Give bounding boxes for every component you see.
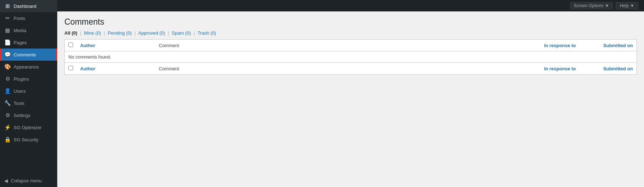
header-response[interactable]: In response to: [515, 40, 580, 51]
header-comment: Comment: [155, 40, 515, 51]
header-checkbox-cell: [65, 40, 77, 51]
sidebar-item-settings[interactable]: ⚙ Settings: [0, 109, 57, 121]
sidebar-item-label: Appearance: [14, 64, 53, 70]
footer-submitted[interactable]: Submitted on: [580, 63, 637, 75]
plugins-icon: ⚙: [4, 76, 11, 82]
separator-4: |: [168, 30, 169, 36]
footer-author[interactable]: Author: [77, 63, 155, 75]
footer-checkbox-cell: [65, 63, 77, 75]
sidebar-item-label: Plugins: [14, 76, 53, 82]
screen-options-label: Screen Options: [574, 3, 604, 8]
screen-options-button[interactable]: Screen Options ▼: [570, 2, 613, 9]
footer-response[interactable]: In response to: [515, 63, 580, 75]
select-all-footer-checkbox[interactable]: [68, 66, 73, 70]
header-submitted[interactable]: Submitted on: [580, 40, 637, 51]
filter-mine[interactable]: Mine (0): [84, 30, 101, 36]
footer-comment: Comment: [155, 63, 515, 75]
header-author[interactable]: Author: [77, 40, 155, 51]
sidebar-item-label: Settings: [14, 113, 53, 118]
filter-spam[interactable]: Spam (0): [172, 30, 191, 36]
filter-pending[interactable]: Pending (0): [108, 30, 132, 36]
separator-5: |: [194, 30, 195, 36]
sidebar-item-sg-optimizer[interactable]: ⚡ SG Optimizer: [0, 121, 57, 133]
separator-3: |: [135, 30, 136, 36]
sidebar-item-label: Media: [14, 28, 53, 33]
collapse-label: Collapse menu: [11, 178, 42, 183]
sidebar-item-dashboard[interactable]: ⊞ Dashboard: [0, 0, 57, 12]
settings-icon: ⚙: [4, 112, 11, 118]
sidebar-item-label: Dashboard: [14, 4, 53, 9]
no-comments-row: No comments found.: [65, 51, 637, 63]
sidebar-item-tools[interactable]: 🔧 Tools: [0, 97, 57, 109]
sidebar-item-label: Tools: [14, 101, 53, 106]
sidebar-item-users[interactable]: 👤 Users: [0, 85, 57, 97]
appearance-icon: 🎨: [4, 64, 11, 70]
table-header-row: Author Comment In response to Submitted …: [65, 40, 637, 51]
sidebar-item-label: SG Optimizer: [14, 125, 53, 130]
sidebar-item-appearance[interactable]: 🎨 Appearance: [0, 61, 57, 73]
filter-links: All (0) | Mine (0) | Pending (0) | Appro…: [64, 30, 637, 36]
sidebar-item-comments[interactable]: 💬 Comments: [0, 49, 57, 61]
sidebar-item-media[interactable]: ▦ Media: [0, 24, 57, 36]
table-footer-row: Author Comment In response to Submitted …: [65, 63, 637, 75]
sidebar-item-sg-security[interactable]: 🔒 SG Security: [0, 133, 57, 146]
select-all-checkbox[interactable]: [68, 42, 73, 47]
collapse-menu[interactable]: ◀ Collapse menu: [0, 175, 57, 187]
page-title: Comments: [64, 17, 637, 27]
media-icon: ▦: [4, 27, 11, 34]
screen-options-chevron-icon: ▼: [605, 3, 609, 8]
sidebar-item-label: SG Security: [14, 137, 53, 142]
sidebar-item-label: Pages: [14, 40, 53, 45]
separator-1: |: [80, 30, 81, 36]
main-area: Screen Options ▼ Help ▼ Comments All (0)…: [57, 0, 644, 187]
separator-2: |: [104, 30, 105, 36]
content-area: Comments All (0) | Mine (0) | Pending (0…: [57, 11, 644, 187]
filter-all[interactable]: All (0): [64, 30, 77, 36]
sidebar-item-plugins[interactable]: ⚙ Plugins: [0, 73, 57, 85]
sidebar-item-pages[interactable]: 📄 Pages: [0, 36, 57, 49]
sg-security-icon: 🔒: [4, 136, 11, 143]
sidebar-item-posts[interactable]: ✏ Posts: [0, 12, 57, 24]
tools-icon: 🔧: [4, 100, 11, 106]
sidebar-item-label: Posts: [14, 16, 53, 21]
sidebar-item-label: Comments: [14, 52, 53, 57]
sidebar-item-label: Users: [14, 89, 53, 94]
comments-table: Author Comment In response to Submitted …: [64, 39, 637, 75]
topbar: Screen Options ▼ Help ▼: [57, 0, 644, 11]
posts-icon: ✏: [4, 15, 11, 21]
help-chevron-icon: ▼: [630, 3, 634, 8]
help-button[interactable]: Help ▼: [616, 2, 638, 9]
users-icon: 👤: [4, 88, 11, 94]
pages-icon: 📄: [4, 39, 11, 46]
dashboard-icon: ⊞: [4, 3, 11, 9]
help-label: Help: [620, 3, 629, 8]
comments-icon: 💬: [4, 51, 11, 58]
sidebar: ⊞ Dashboard ✏ Posts ▦ Media 📄 Pages 💬 Co…: [0, 0, 57, 187]
sg-optimizer-icon: ⚡: [4, 124, 11, 131]
filter-trash[interactable]: Trash (0): [197, 30, 216, 36]
filter-approved[interactable]: Approved (0): [138, 30, 165, 36]
no-comments-message: No comments found.: [65, 51, 637, 63]
collapse-icon: ◀: [4, 178, 8, 183]
